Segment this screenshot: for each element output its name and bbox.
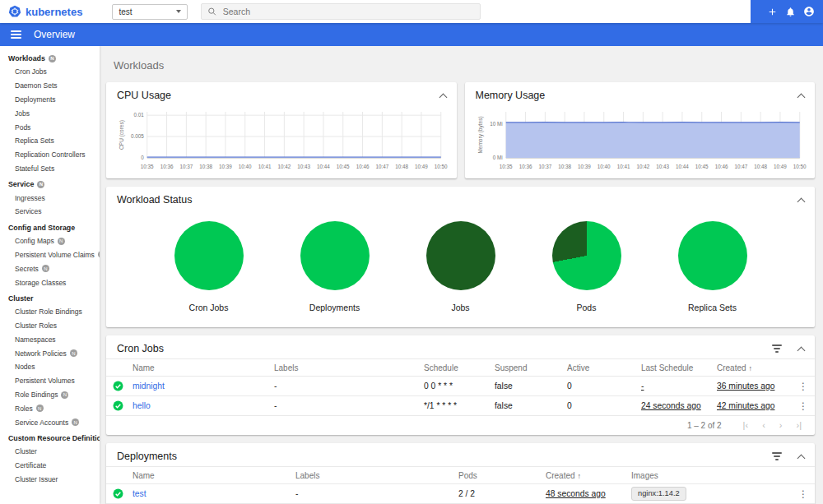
kubernetes-dashboard: kubernetes test (0, 0, 823, 504)
first-page-button[interactable]: |‹ (743, 420, 749, 430)
sidebar-item-label: Persistent Volume Claims (15, 251, 95, 259)
sidebar-item-persistent-volumes[interactable]: Persistent Volumes (0, 374, 100, 388)
sidebar-item-label: Daemon Sets (15, 81, 58, 90)
kubernetes-logo-icon (8, 5, 21, 18)
sidebar-item-roles[interactable]: RolesN (0, 401, 100, 415)
menu-button[interactable] (11, 30, 21, 39)
row-menu-button[interactable]: ⋮ (788, 488, 808, 500)
sidebar-item-storage-classes[interactable]: Storage Classes (0, 275, 100, 289)
svg-text:10:42: 10:42 (277, 164, 291, 169)
column-header-images[interactable]: Images (631, 471, 788, 480)
user-icon (803, 6, 815, 17)
svg-text:10:40: 10:40 (597, 164, 610, 169)
column-header-name[interactable]: Name (133, 363, 274, 372)
next-page-button[interactable]: › (779, 420, 783, 430)
sidebar-section-custom-resource-definitions[interactable]: Custom Resource Definitions (0, 429, 100, 445)
sidebar-item-ingresses[interactable]: Ingresses (0, 191, 100, 205)
sidebar-item-cluster-role-bindings[interactable]: Cluster Role Bindings (0, 305, 100, 319)
memory-usage-chart: 0 Mi10 Mi10:3510:3610:3710:3810:3910:401… (465, 105, 816, 176)
sidebar-item-service-accounts[interactable]: Service AccountsN (0, 415, 100, 429)
topbar: kubernetes test (0, 0, 823, 23)
collapse-chevron-up-icon[interactable] (439, 93, 447, 101)
create-button[interactable] (767, 7, 778, 17)
column-header-pods[interactable]: Pods (458, 471, 546, 480)
column-header-active[interactable]: Active (567, 363, 641, 372)
sidebar-item-pods[interactable]: Pods (0, 120, 100, 134)
account-button[interactable] (803, 6, 815, 17)
table-row: midnight-0 0 * * *false0-36 minutes ago⋮ (106, 376, 815, 395)
svg-text:10:37: 10:37 (179, 164, 193, 169)
sidebar-item-role-bindings[interactable]: Role BindingsN (0, 388, 100, 402)
timestamp: 42 minutes ago (717, 401, 788, 410)
search-box[interactable] (201, 3, 481, 20)
sidebar-section-workloads[interactable]: WorkloadsN (0, 49, 100, 65)
namespaced-badge: N (37, 181, 44, 188)
sidebar-item-replica-sets[interactable]: Replica Sets (0, 134, 100, 148)
sidebar-item-services[interactable]: Services (0, 205, 100, 219)
svg-text:10:48: 10:48 (754, 164, 767, 169)
column-header-suspend[interactable]: Suspend (495, 363, 567, 372)
sidebar-item-network-policies[interactable]: Network PoliciesN (0, 346, 100, 360)
brand[interactable]: kubernetes (8, 5, 82, 18)
collapse-chevron-up-icon[interactable] (797, 93, 806, 101)
collapse-chevron-up-icon[interactable] (797, 346, 806, 354)
resource-link[interactable]: hello (133, 401, 274, 410)
svg-text:10:36: 10:36 (160, 164, 174, 169)
svg-text:10:45: 10:45 (337, 164, 350, 169)
notifications-button[interactable] (785, 7, 796, 17)
filter-icon[interactable] (772, 452, 782, 460)
pie-chart-cron-jobs (174, 221, 244, 290)
sidebar-item-nodes[interactable]: Nodes (0, 360, 100, 374)
resource-link[interactable]: midnight (133, 381, 274, 391)
usage-charts-row: CPU Usage 00.0050.0110:3510:3610:3710:38… (106, 82, 815, 187)
column-header-labels[interactable]: Labels (295, 471, 458, 480)
svg-text:10:49: 10:49 (774, 164, 787, 169)
collapse-chevron-up-icon[interactable] (797, 197, 806, 206)
sidebar-item-cluster-issuer[interactable]: Cluster Issuer (0, 473, 100, 487)
column-header-name[interactable]: Name (133, 471, 295, 480)
column-header-last-schedule[interactable]: Last Schedule (641, 363, 717, 372)
pie-chart-replica-sets (678, 221, 747, 290)
column-header-labels[interactable]: Labels (274, 363, 424, 372)
search-input[interactable] (223, 7, 475, 16)
collapse-chevron-up-icon[interactable] (797, 454, 806, 462)
cron-jobs-table: NameLabelsScheduleSuspendActiveLast Sche… (106, 358, 815, 415)
namespaced-badge: N (70, 349, 77, 357)
svg-text:0.005: 0.005 (131, 133, 144, 139)
sidebar-item-certificate[interactable]: Certificate (0, 459, 100, 473)
row-menu-button[interactable]: ⋮ (788, 381, 808, 392)
svg-text:10:47: 10:47 (734, 164, 747, 169)
last-page-button[interactable]: ›| (796, 420, 802, 430)
sidebar-item-label: Cluster Role Bindings (15, 307, 82, 316)
sidebar-item-jobs[interactable]: Jobs (0, 106, 100, 120)
resource-link[interactable]: test (133, 489, 295, 498)
sidebar-item-stateful-sets[interactable]: Stateful Sets (0, 161, 100, 175)
column-header-created[interactable]: Created↑ (717, 363, 788, 372)
sidebar-item-cron-jobs[interactable]: Cron Jobs (0, 65, 100, 79)
search-icon (207, 7, 216, 16)
namespace-select[interactable]: test (112, 4, 188, 20)
sidebar-section-service[interactable]: ServiceN (0, 175, 100, 191)
svg-text:10:43: 10:43 (656, 164, 669, 169)
sidebar-section-config-and-storage[interactable]: Config and Storage (0, 219, 100, 234)
status-ok-icon (113, 400, 133, 411)
sidebar-item-cluster-roles[interactable]: Cluster Roles (0, 319, 100, 333)
sidebar-section-cluster[interactable]: Cluster (0, 289, 100, 305)
sidebar-item-label: Jobs (15, 109, 30, 118)
sidebar-item-replication-controllers[interactable]: Replication Controllers (0, 148, 100, 162)
sidebar-item-cluster[interactable]: Cluster (0, 445, 100, 459)
sidebar-item-namespaces[interactable]: Namespaces (0, 333, 100, 347)
sidebar-item-settings[interactable]: Settings (0, 499, 100, 504)
column-header-schedule[interactable]: Schedule (424, 363, 495, 372)
sidebar-item-deployments[interactable]: Deployments (0, 93, 100, 107)
sidebar-item-config-maps[interactable]: Config MapsN (0, 234, 100, 248)
sidebar-item-secrets[interactable]: SecretsN (0, 261, 100, 275)
svg-text:10:48: 10:48 (395, 164, 408, 169)
svg-text:0.01: 0.01 (133, 112, 144, 118)
sidebar-item-daemon-sets[interactable]: Daemon Sets (0, 79, 100, 93)
row-menu-button[interactable]: ⋮ (788, 400, 808, 412)
filter-icon[interactable] (772, 344, 782, 352)
previous-page-button[interactable]: ‹ (762, 420, 765, 430)
column-header-created[interactable]: Created↑ (546, 471, 631, 480)
sidebar-item-persistent-volume-claims[interactable]: Persistent Volume ClaimsN (0, 248, 100, 262)
